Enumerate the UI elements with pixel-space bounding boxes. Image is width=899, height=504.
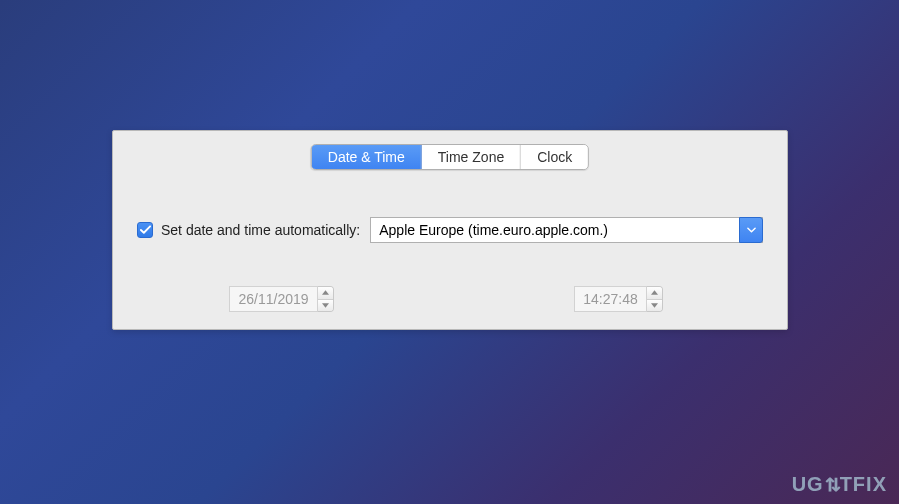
tab-date-time[interactable]: Date & Time	[312, 145, 422, 169]
date-step-up[interactable]	[318, 287, 333, 300]
watermark-logo: UG⇄TFIX	[792, 473, 887, 496]
chevron-up-icon	[651, 290, 658, 295]
tab-clock[interactable]: Clock	[521, 145, 588, 169]
time-server-dropdown-button[interactable]	[739, 217, 763, 243]
auto-set-row: Set date and time automatically:	[137, 217, 763, 243]
time-stepper[interactable]: 14:27:48	[574, 286, 663, 312]
date-field[interactable]: 26/11/2019	[229, 286, 317, 312]
time-field[interactable]: 14:27:48	[574, 286, 647, 312]
chevron-down-icon	[747, 227, 756, 233]
chevron-up-icon	[322, 290, 329, 295]
tab-bar: Date & Time Time Zone Clock	[311, 144, 589, 170]
time-server-combo[interactable]	[370, 217, 763, 243]
date-step-down[interactable]	[318, 300, 333, 312]
date-time-values-row: 26/11/2019 14:27:48	[113, 286, 787, 312]
date-stepper[interactable]: 26/11/2019	[229, 286, 333, 312]
date-time-panel: Date & Time Time Zone Clock Set date and…	[112, 130, 788, 330]
time-stepper-arrows[interactable]	[647, 286, 663, 312]
chevron-down-icon	[322, 303, 329, 308]
chevron-down-icon	[651, 303, 658, 308]
tab-time-zone[interactable]: Time Zone	[422, 145, 521, 169]
auto-set-checkbox[interactable]	[137, 222, 153, 238]
auto-set-label: Set date and time automatically:	[161, 222, 360, 238]
date-stepper-arrows[interactable]	[318, 286, 334, 312]
time-server-input[interactable]	[370, 217, 763, 243]
time-step-up[interactable]	[647, 287, 662, 300]
time-step-down[interactable]	[647, 300, 662, 312]
